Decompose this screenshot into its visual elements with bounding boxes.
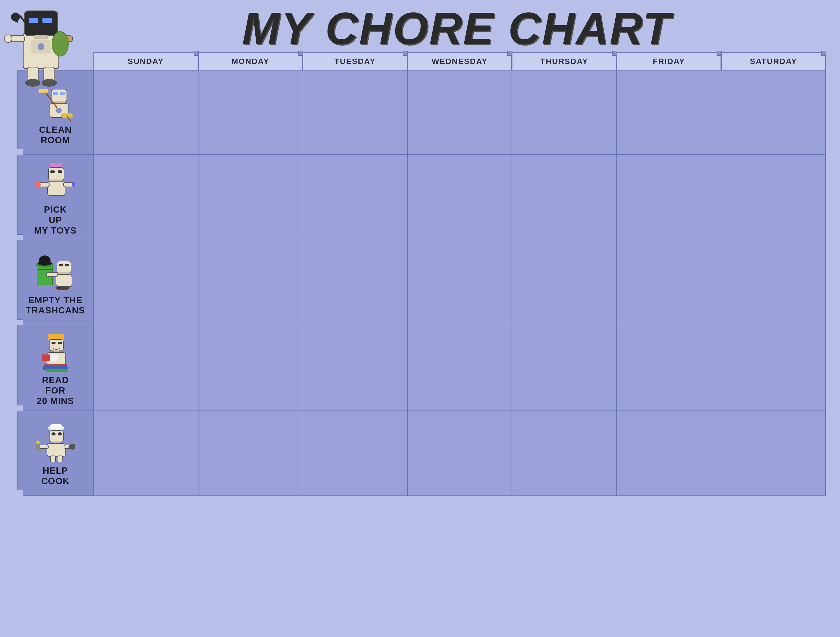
clean-room-thursday[interactable] (512, 71, 616, 154)
empty-trashcans-sunday[interactable] (94, 240, 198, 325)
svg-rect-17 (53, 92, 58, 95)
chore-name-pick-up-toys: PICKUPMY TOYS (34, 204, 77, 236)
svg-rect-65 (52, 433, 55, 435)
chore-row-pick-up-toys: PICKUPMY TOYS (17, 155, 826, 240)
pick-up-toys-saturday[interactable] (721, 155, 825, 240)
empty-trashcans-friday[interactable] (616, 240, 720, 325)
chore-row-empty-trashcans: EMPTY THE TRASHCANS (17, 240, 826, 325)
chore-name-clean-room: CLEANROOM (39, 125, 72, 145)
chore-rows: CLEANROOM (17, 70, 826, 496)
svg-rect-60 (46, 368, 67, 372)
svg-rect-64 (49, 431, 63, 442)
read-tuesday[interactable] (303, 325, 407, 410)
help-cook-monday[interactable] (198, 411, 302, 495)
day-cells-pick-up-toys (94, 155, 825, 240)
empty-trashcans-robot-icon (33, 250, 78, 295)
chore-label-read: READFOR20 MINS (17, 325, 94, 410)
clean-room-saturday[interactable] (721, 71, 825, 154)
pick-up-toys-tuesday[interactable] (303, 155, 407, 240)
svg-rect-51 (52, 342, 55, 344)
svg-rect-48 (46, 272, 58, 276)
svg-rect-27 (48, 168, 64, 180)
svg-rect-43 (57, 261, 71, 273)
read-sunday[interactable] (94, 325, 198, 410)
read-saturday[interactable] (721, 325, 825, 410)
chore-label-help-cook: HELPCOOK (17, 411, 94, 495)
pick-up-toys-monday[interactable] (198, 155, 302, 240)
read-thursday[interactable] (512, 325, 616, 410)
help-cook-robot-icon (33, 420, 78, 465)
svg-point-13 (42, 79, 57, 87)
read-robot-icon (33, 330, 78, 375)
svg-point-21 (56, 107, 62, 113)
svg-point-76 (36, 441, 39, 444)
pick-up-toys-wednesday[interactable] (407, 155, 512, 240)
clean-room-monday[interactable] (198, 71, 302, 154)
read-friday[interactable] (616, 325, 720, 410)
pick-up-toys-robot-icon (33, 159, 78, 204)
help-cook-tuesday[interactable] (303, 411, 407, 495)
clean-room-tuesday[interactable] (303, 71, 407, 154)
help-cook-thursday[interactable] (512, 411, 616, 495)
svg-rect-75 (57, 456, 62, 462)
chore-row-help-cook: HELPCOOK (17, 411, 826, 496)
empty-trashcans-saturday[interactable] (721, 240, 825, 325)
read-wednesday[interactable] (407, 325, 512, 410)
empty-trashcans-thursday[interactable] (512, 240, 616, 325)
svg-rect-16 (51, 89, 67, 102)
header-friday: FRIDAY (617, 52, 722, 70)
svg-rect-31 (47, 182, 65, 195)
help-cook-wednesday[interactable] (407, 411, 512, 495)
svg-rect-2 (28, 18, 38, 23)
chore-name-help-cook: HELPCOOK (41, 465, 69, 486)
empty-trashcans-monday[interactable] (198, 240, 302, 325)
svg-point-63 (50, 424, 62, 428)
svg-point-12 (25, 79, 41, 87)
title-section: MY CHORE CHART (8, 6, 832, 51)
svg-rect-44 (59, 264, 63, 266)
help-cook-sunday[interactable] (94, 411, 198, 495)
svg-rect-1 (25, 11, 57, 36)
help-cook-friday[interactable] (616, 411, 720, 495)
svg-rect-74 (51, 456, 55, 462)
header-monday: MONDAY (198, 52, 303, 70)
header-tuesday: TUESDAY (303, 52, 407, 70)
page-title: MY CHORE CHART (242, 6, 671, 51)
read-monday[interactable] (198, 325, 302, 410)
pick-up-toys-friday[interactable] (616, 155, 720, 240)
chore-label-pick-up-toys: PICKUPMY TOYS (17, 155, 94, 240)
svg-rect-3 (43, 18, 52, 23)
chore-label-empty-trashcans: EMPTY THE TRASHCANS (17, 240, 94, 325)
svg-rect-4 (34, 35, 48, 40)
empty-trashcans-tuesday[interactable] (303, 240, 407, 325)
pick-up-toys-sunday[interactable] (94, 155, 198, 240)
header-wednesday: WEDNESDAY (407, 52, 512, 70)
chart-container: SUNDAY MONDAY TUESDAY WEDNESDAY THURSDAY… (17, 52, 826, 496)
svg-point-14 (11, 13, 20, 22)
svg-rect-52 (58, 342, 62, 344)
chore-row-read: READFOR20 MINS (17, 325, 826, 411)
svg-point-6 (4, 35, 12, 43)
svg-rect-28 (51, 171, 55, 173)
day-headers-row: SUNDAY MONDAY TUESDAY WEDNESDAY THURSDAY… (93, 52, 826, 70)
header-thursday: THURSDAY (512, 52, 617, 70)
clean-room-friday[interactable] (616, 71, 720, 154)
svg-rect-18 (60, 92, 65, 95)
svg-point-9 (38, 43, 44, 50)
svg-rect-56 (50, 354, 58, 361)
pick-up-toys-thursday[interactable] (512, 155, 616, 240)
top-left-robot (0, 0, 82, 91)
chore-name-read: READFOR20 MINS (37, 375, 74, 406)
page: MY CHORE CHART SUNDAY MONDAY TUESDAY WED… (0, 0, 840, 637)
svg-rect-45 (65, 264, 69, 266)
clean-room-sunday[interactable] (94, 71, 198, 154)
day-cells-help-cook (94, 411, 825, 495)
chore-name-empty-trashcans: EMPTY THE TRASHCANS (21, 295, 90, 316)
svg-rect-29 (58, 171, 62, 173)
chore-row-clean-room: CLEANROOM (17, 70, 826, 155)
clean-room-wednesday[interactable] (407, 71, 512, 154)
help-cook-saturday[interactable] (721, 411, 825, 495)
header-saturday: SATURDAY (721, 52, 826, 70)
empty-trashcans-wednesday[interactable] (407, 240, 512, 325)
day-cells-read (94, 325, 825, 410)
